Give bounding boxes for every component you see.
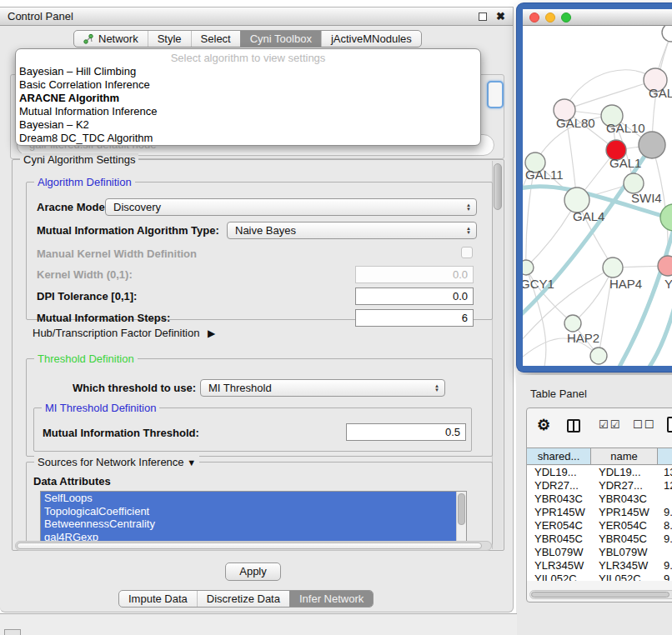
settings-vertical-scrollbar[interactable] xyxy=(492,161,503,549)
table-cell: 8. xyxy=(658,519,672,532)
cyni-bottom-tabs: Impute Data Discretize Data Infer Networ… xyxy=(118,590,374,608)
network-canvas[interactable]: GALGAL80GAL10GAL1GAL11SWI4GAL4GCY1HAP4YH… xyxy=(523,26,672,366)
network-node[interactable] xyxy=(590,348,607,364)
close-icon[interactable]: ✖ xyxy=(496,12,505,22)
table-cell: YBR045C xyxy=(591,532,658,546)
data-attributes-list[interactable]: SelfLoopsTopologicalCoefficientBetweenne… xyxy=(40,491,467,542)
apply-button[interactable]: Apply xyxy=(225,562,281,581)
chevron-right-icon: ▶ xyxy=(208,328,215,339)
gear-icon[interactable]: ⚙ xyxy=(537,416,550,434)
table-row[interactable]: YBR045CYBR045C9. xyxy=(527,532,672,546)
network-node-gcy1[interactable] xyxy=(523,260,534,275)
tab-cyni-toolbox[interactable]: Cyni Toolbox xyxy=(240,31,321,47)
tab-jactivemnodules[interactable]: jActiveMNodules xyxy=(321,31,421,47)
algorithm-option[interactable]: Bayesian – K2 xyxy=(16,118,480,132)
mi-algorithm-type-combobox[interactable]: Naive Bayes ▲▼ xyxy=(227,222,477,239)
float-window-icon[interactable] xyxy=(479,12,487,21)
mi-steps-field[interactable]: 6 xyxy=(355,309,474,327)
which-threshold-combobox[interactable]: MI Threshold ▲▼ xyxy=(200,379,445,397)
tab-impute-data[interactable]: Impute Data xyxy=(119,591,197,607)
tab-style[interactable]: Style xyxy=(148,31,191,47)
table-cell: YBR043C xyxy=(527,492,591,506)
taskbar-mini-window[interactable] xyxy=(4,629,21,635)
network-node-hap4[interactable] xyxy=(603,258,623,278)
tab-network[interactable]: Network xyxy=(74,31,148,47)
settings-scrollbar-thumb[interactable] xyxy=(494,163,502,210)
column-header-shared-name[interactable]: shared... xyxy=(527,448,591,464)
aracne-mode-combobox[interactable]: Discovery ▲▼ xyxy=(105,198,477,216)
algorithm-option[interactable]: Basic Correlation Inference xyxy=(16,78,480,92)
algorithm-option-list: Bayesian – Hill ClimbingBasic Correlatio… xyxy=(16,65,480,145)
aracne-mode-label: Aracne Mode: xyxy=(37,201,108,213)
table-row[interactable]: YPR145WYPR145W9. xyxy=(527,506,672,519)
table-cell: YIL052C xyxy=(591,572,658,581)
table-row[interactable]: YBR043CYBR043C xyxy=(527,492,672,506)
aracne-mode-value: Discovery xyxy=(113,201,161,213)
data-attribute-item[interactable]: SelfLoops xyxy=(41,492,466,505)
split-columns-icon[interactable] xyxy=(567,419,580,432)
network-node[interactable] xyxy=(639,132,665,158)
hub-tf-definition-expander[interactable]: Hub/Transcription Factor Definition ▶ xyxy=(33,327,215,339)
table-cell: 13 xyxy=(658,466,672,479)
network-node[interactable] xyxy=(660,204,672,231)
settings-horizontal-scrollbar[interactable] xyxy=(15,541,492,551)
network-node-label: HAP4 xyxy=(609,277,642,291)
cyni-algorithm-settings-group: Cyni Algorithm Settings Algorithm Defini… xyxy=(12,159,504,551)
network-node-label: GAL xyxy=(649,86,672,100)
chevron-down-icon: ▼ xyxy=(187,458,196,468)
table-row[interactable]: YER054CYER054C8. xyxy=(527,519,672,532)
data-attribute-item[interactable]: BetweennessCentrality xyxy=(41,518,466,531)
tab-infer-network[interactable]: Infer Network xyxy=(289,591,373,607)
manual-kernel-width-checkbox[interactable] xyxy=(461,247,473,258)
spinner-icon: ▲▼ xyxy=(461,227,476,235)
checked-checkbox-pair-icon[interactable]: ☑☑ xyxy=(599,418,621,431)
sources-group-title[interactable]: Sources for Network Inference ▼ xyxy=(34,456,199,468)
network-edge xyxy=(619,226,672,366)
table-row[interactable]: YLR345WYLR345W9. xyxy=(527,559,672,572)
table-cell: YER054C xyxy=(527,519,591,532)
table-cell: YIL052C xyxy=(527,572,591,581)
column-header-name[interactable]: name xyxy=(591,448,658,464)
kernel-width-field[interactable]: 0.0 xyxy=(355,266,474,283)
attributes-scrollbar-thumb[interactable] xyxy=(458,493,465,525)
table-row[interactable]: YDL19...YDL19...13 xyxy=(527,466,672,479)
tab-discretize-data[interactable]: Discretize Data xyxy=(197,591,289,607)
focused-combo-button[interactable] xyxy=(487,81,504,108)
algorithm-option[interactable]: Dream8 DC_TDC Algorithm xyxy=(16,132,480,145)
document-icon[interactable] xyxy=(667,417,672,432)
network-icon xyxy=(83,33,94,44)
window-title: Control Panel xyxy=(8,10,73,22)
table-body: YDL19...YDL19...13YDR27...YDR27...12YBR0… xyxy=(527,466,672,581)
algorithm-definition-group: Algorithm Definition Aracne Mode: Discov… xyxy=(26,182,493,320)
dpi-tolerance-field[interactable]: 0.0 xyxy=(355,288,474,305)
table-horizontal-scrollbar[interactable] xyxy=(529,590,672,599)
algorithm-option[interactable]: Mutual Information Inference xyxy=(16,105,480,118)
zoom-traffic-light-icon[interactable] xyxy=(561,12,571,22)
tab-cyni-toolbox-label: Cyni Toolbox xyxy=(250,32,312,45)
unchecked-checkbox-pair-icon[interactable]: ☐☐ xyxy=(633,418,655,431)
network-node[interactable] xyxy=(662,26,672,42)
table-row[interactable]: YDR27...YDR27...12 xyxy=(527,479,672,492)
tab-style-label: Style xyxy=(158,32,182,45)
close-traffic-light-icon[interactable] xyxy=(529,12,539,22)
attributes-scrollbar[interactable] xyxy=(456,492,466,542)
mi-threshold-definition-group: MI Threshold Definition Mutual Informati… xyxy=(33,408,472,452)
tab-select-label: Select xyxy=(201,32,231,45)
table-horizontal-thumb[interactable] xyxy=(531,592,669,598)
table-row[interactable]: YBL079WYBL079W xyxy=(527,546,672,559)
column-header-clipped[interactable] xyxy=(658,448,672,464)
network-node-y[interactable] xyxy=(658,256,672,276)
which-threshold-label: Which threshold to use: xyxy=(73,382,196,394)
mi-threshold-field[interactable]: 0.5 xyxy=(346,423,466,441)
tab-discretize-data-label: Discretize Data xyxy=(207,592,280,605)
data-attribute-item[interactable]: TopologicalCoefficient xyxy=(41,505,466,518)
minimize-traffic-light-icon[interactable] xyxy=(545,12,555,22)
which-threshold-value: MI Threshold xyxy=(208,382,272,394)
tab-select[interactable]: Select xyxy=(191,31,240,47)
settings-horizontal-thumb[interactable] xyxy=(17,542,482,549)
network-node-hap2[interactable] xyxy=(564,315,581,332)
algorithm-option[interactable]: Bayesian – Hill Climbing xyxy=(16,65,480,78)
table-cell: YDR27... xyxy=(527,479,591,492)
algorithm-option[interactable]: ARACNE Algorithm xyxy=(16,92,480,105)
table-row[interactable]: YIL052CYIL052C9 xyxy=(527,572,672,581)
